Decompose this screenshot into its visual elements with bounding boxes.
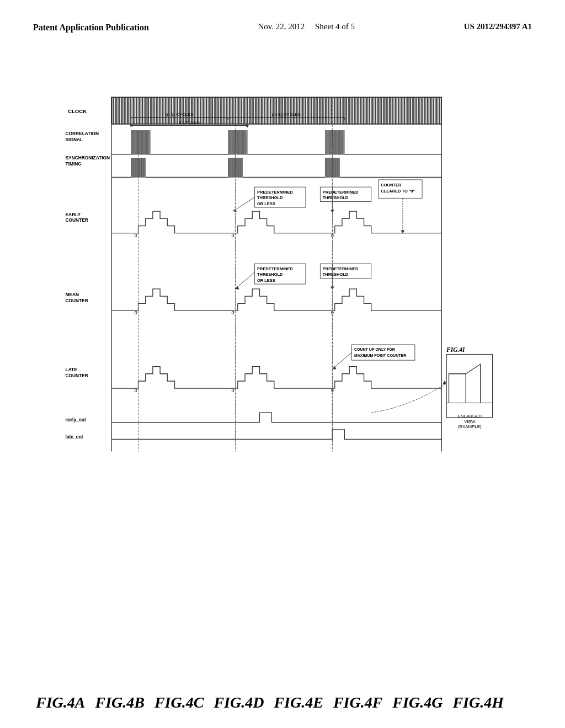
pred-thresh-early-2: PREDETERMINED [323, 190, 359, 195]
sheet-info: Sheet 4 of 5 [315, 22, 355, 31]
svg-text:THRESHOLD: THRESHOLD [323, 272, 349, 277]
fig4a-label: FIG.4A [36, 694, 85, 711]
late-zero-2: 0 [232, 388, 234, 393]
fig4g-label: FIG.4G [392, 694, 443, 711]
pred-thresh-early-1: PREDETERMINED [257, 190, 293, 195]
svg-text:COUNTER: COUNTER [66, 217, 88, 223]
svg-text:THRESHOLD: THRESHOLD [257, 195, 283, 200]
mean-zero-2: 0 [232, 310, 234, 315]
correlation-signal-label: CORRELATION [66, 131, 99, 136]
svg-text:OR LESS: OR LESS [257, 201, 275, 206]
svg-line-292 [235, 272, 254, 289]
early-out-waveform [111, 413, 441, 422]
svg-line-283 [233, 197, 255, 212]
mean-zero-1: 0 [135, 310, 137, 315]
fig4f-label: FIG.4F [333, 694, 382, 711]
svg-text:THRESHOLD: THRESHOLD [323, 195, 349, 200]
count-up-label: COUNT UP ONLY FOR [354, 347, 395, 351]
svg-text:COUNTER: COUNTER [66, 373, 88, 378]
correlation-signal-waveform [111, 130, 441, 154]
svg-marker-310 [443, 381, 446, 384]
svg-marker-305 [401, 230, 404, 233]
fig4d-label: FIG.4D [214, 694, 264, 711]
publication-date-sheet: Nov. 22, 2012 Sheet 4 of 5 [258, 22, 355, 31]
sync-timing-waveform [111, 158, 441, 177]
svg-text:MAXIMUM POINT COUNTER: MAXIMUM POINT COUNTER [354, 354, 406, 357]
svg-text:COUNTER: COUNTER [66, 298, 88, 303]
early-counter-waveform: 0 0 0 [111, 211, 441, 238]
enlarged-view-label: ENLARGED [458, 414, 482, 419]
svg-rect-306 [446, 355, 493, 417]
svg-text:OR LESS: OR LESS [257, 278, 275, 283]
publication-title: Patent Application Publication [33, 22, 149, 34]
clock-label: CLOCK [68, 108, 87, 114]
late-counter-waveform: 0 0 0 [111, 367, 441, 394]
early-zero-1: 0 [135, 233, 137, 238]
n-cycles-label: n CYCLES [179, 120, 200, 125]
np1-cycles-label: (n+1) CYCLES [272, 112, 301, 117]
counter-cleared-label: COUNTER [381, 183, 402, 188]
n1-cycles-label: (n-1) CYCLES [166, 112, 194, 117]
mean-counter-label: MEAN [66, 292, 79, 297]
svg-text:SIGNAL: SIGNAL [66, 137, 83, 142]
mean-counter-waveform: 0 0 0 [111, 289, 441, 316]
fig4i-label: FIG.4I [446, 346, 465, 353]
late-counter-label: LATE [66, 367, 78, 372]
pred-thresh-mean-2: PREDETERMINED [323, 266, 359, 271]
figure-labels-row: FIG.4A FIG.4B FIG.4C FIG.4D FIG.4E FIG.4… [28, 694, 537, 711]
diagram-area: CLOCK CORRELATION SIGNAL SYNCHRONIZATION… [28, 83, 535, 607]
page-header: Patent Application Publication Nov. 22, … [0, 22, 565, 34]
svg-marker-293 [235, 286, 239, 290]
early-counter-label: EARLY [66, 212, 81, 217]
svg-text:THRESHOLD: THRESHOLD [257, 272, 283, 277]
early-out-label: early_out [66, 417, 86, 422]
late-out-label: late_out [66, 434, 83, 440]
svg-text:VIEW: VIEW [464, 419, 476, 424]
pred-thresh-mean-1: PREDETERMINED [257, 266, 293, 271]
publication-date: Nov. 22, 2012 [258, 22, 305, 31]
publication-number: US 2012/294397 A1 [464, 22, 532, 31]
svg-rect-298 [352, 345, 415, 360]
fig4e-label: FIG.4E [274, 694, 323, 711]
svg-text:CLEARED TO "0": CLEARED TO "0" [381, 189, 415, 194]
svg-rect-249 [131, 158, 145, 177]
fig4c-label: FIG.4C [154, 694, 204, 711]
patent-diagram: CLOCK CORRELATION SIGNAL SYNCHRONIZATION… [28, 83, 535, 607]
svg-line-300 [332, 352, 351, 369]
svg-marker-301 [332, 366, 336, 370]
fig4b-label: FIG.4B [95, 694, 144, 711]
svg-text:(EXAMPLE): (EXAMPLE) [458, 424, 482, 429]
early-zero-2: 0 [232, 233, 234, 238]
late-zero-1: 0 [135, 388, 137, 393]
fig4h-label: FIG.4H [452, 694, 504, 711]
late-out-waveform [111, 430, 441, 440]
svg-text:TIMING: TIMING [66, 161, 82, 167]
sync-timing-label: SYNCHRONIZATION [66, 155, 110, 160]
